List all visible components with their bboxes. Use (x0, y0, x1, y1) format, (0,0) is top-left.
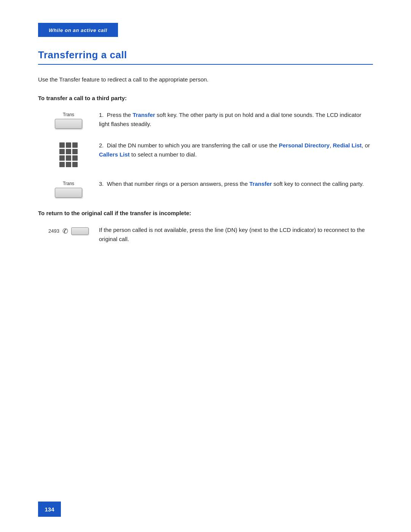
step-2-icon (38, 141, 99, 167)
keypad-dot (72, 142, 78, 148)
step-3-text: 3. When that number rings or a person an… (99, 179, 373, 189)
context-banner: While on an active call (38, 23, 118, 37)
softkey-label-1: Trans (63, 112, 74, 117)
transfer-link-1: Transfer (132, 112, 155, 118)
incomplete-section: To return to the original call if the tr… (38, 210, 373, 244)
page-number: 134 (45, 506, 54, 513)
keypad-dot (59, 155, 65, 161)
incomplete-icon: 2493 ✆ (38, 225, 99, 235)
step-2-row: 2. Dial the DN number to which you are t… (38, 141, 373, 167)
step-3-row: Trans 3. When that number rings or a per… (38, 179, 373, 198)
context-banner-text: While on an active call (49, 27, 107, 33)
keypad-dot (66, 149, 71, 154)
incomplete-text: If the person called is not available, p… (99, 225, 373, 244)
keypad-dot (66, 162, 71, 167)
keypad-dot (59, 142, 65, 148)
incomplete-row: 2493 ✆ If the person called is not avail… (38, 225, 373, 244)
section1-heading: To transfer a call to a third party: (38, 95, 373, 101)
keypad-dot (72, 149, 78, 154)
callers-list-link: Callers List (99, 151, 130, 158)
intro-text: Use the Transfer feature to redirect a c… (38, 75, 373, 84)
transfer-link-3: Transfer (249, 181, 272, 187)
step-2-text: 2. Dial the DN number to which you are t… (99, 141, 373, 159)
softkey-label-3: Trans (63, 181, 74, 186)
softkey-button-1: Trans (55, 112, 82, 129)
keypad-dot (59, 162, 65, 167)
dn-number: 2493 (48, 228, 59, 234)
step-1-row: Trans 1. Press the Transfer soft key. Th… (38, 110, 373, 129)
softkey-rect-1 (55, 119, 82, 129)
redial-list-link: Redial List (333, 142, 362, 149)
softkey-button-3: Trans (55, 181, 82, 198)
keypad-dot (72, 162, 78, 167)
page-title: Transferring a call (38, 49, 373, 65)
page-number-box: 134 (38, 502, 61, 517)
keypad-dot (72, 155, 78, 161)
page-container: While on an active call Transferring a c… (0, 0, 411, 532)
dn-softkey-rect (71, 227, 89, 235)
keypad-grid (59, 142, 78, 167)
phone-icon: ✆ (62, 227, 68, 235)
step-1-text: 1. Press the Transfer soft key. The othe… (99, 110, 373, 129)
section2-heading: To return to the original call if the tr… (38, 210, 373, 216)
softkey-rect-3 (55, 188, 82, 198)
step-3-icon: Trans (38, 179, 99, 198)
personal-directory-link: Personal Directory (279, 142, 330, 149)
keypad-dot (66, 142, 71, 148)
step-1-icon: Trans (38, 110, 99, 129)
keypad-dot (66, 155, 71, 161)
dn-key-row: 2493 ✆ (48, 227, 89, 235)
keypad-dot (59, 149, 65, 154)
